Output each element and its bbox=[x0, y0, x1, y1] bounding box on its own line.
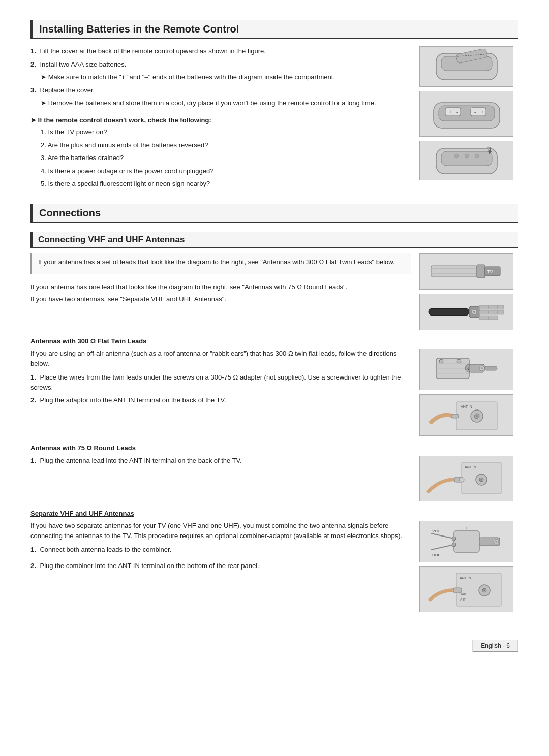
svg-point-41 bbox=[439, 359, 443, 363]
svg-rect-30 bbox=[479, 310, 489, 314]
svg-rect-20 bbox=[477, 265, 485, 278]
combiner-svg: VHF UHF ↓ ↓ bbox=[426, 523, 507, 560]
remote-svg-2: + - - + bbox=[426, 93, 507, 134]
svg-text:VHF: VHF bbox=[460, 598, 466, 601]
adapter-img bbox=[419, 349, 513, 390]
svg-text:ANT IN: ANT IN bbox=[460, 576, 471, 580]
svg-point-63 bbox=[452, 543, 456, 547]
separate-layout: If you have two separate antennas for yo… bbox=[30, 521, 518, 612]
trouble-item-2: 2. Are the plus and minus ends of the ba… bbox=[41, 140, 411, 150]
step1-text: Lift the cover at the back of the remote… bbox=[40, 47, 265, 55]
svg-point-42 bbox=[457, 359, 461, 363]
round-lead-img bbox=[419, 294, 513, 330]
trouble-item-4: 4. Is there a power outage or is the pow… bbox=[41, 166, 411, 176]
flat-twin-svg: TV bbox=[426, 256, 507, 287]
flat-step-2: 2. Plug the adaptor into the ANT IN term… bbox=[30, 395, 411, 405]
ant-in-img: ANT IN bbox=[419, 394, 513, 436]
step3-text: Replace the cover. bbox=[40, 86, 95, 94]
remote-img-2: + - - + bbox=[419, 91, 513, 137]
svg-rect-23 bbox=[429, 308, 469, 316]
flat-step1-text: Place the wires from the twin leads unde… bbox=[30, 373, 401, 391]
svg-point-16 bbox=[475, 154, 479, 158]
svg-rect-33 bbox=[479, 316, 489, 320]
svg-rect-31 bbox=[489, 310, 498, 314]
step2-text: Install two AAA size batteries. bbox=[40, 60, 126, 68]
round-step-1: 1. Plug the antenna lead into the ANT IN… bbox=[30, 456, 411, 466]
svg-text:↓  ↓: ↓ ↓ bbox=[462, 525, 468, 530]
sep-ant-in-img: ANT IN UHF VHF bbox=[419, 566, 513, 612]
page-footer: English - 6 bbox=[472, 640, 518, 652]
flat-twin-intro: If you are using an off-air antenna (suc… bbox=[30, 349, 411, 368]
svg-rect-13 bbox=[441, 151, 492, 166]
batteries-images: + - - + bbox=[419, 46, 518, 192]
sep-step1-num: 1. bbox=[30, 546, 36, 553]
flat-twin-main: If you are using an off-air antenna (suc… bbox=[30, 349, 411, 436]
vhf-intro-layout: If your antenna has a set of leads that … bbox=[30, 253, 518, 330]
svg-point-59 bbox=[459, 477, 464, 482]
round-step1-num: 1. bbox=[30, 457, 36, 464]
svg-rect-27 bbox=[479, 305, 489, 309]
flat-twin-heading: Antennas with 300 Ω Flat Twin Leads bbox=[30, 336, 518, 346]
svg-text:UHF: UHF bbox=[432, 553, 441, 557]
sep-ant-in-svg: ANT IN UHF VHF bbox=[426, 569, 507, 610]
flat-step2-text: Plug the adaptor into the ANT IN termina… bbox=[40, 396, 226, 404]
vhf-intro2: If your antenna has one lead that looks … bbox=[30, 282, 411, 292]
separate-heading: Separate VHF and UHF Antennas bbox=[30, 509, 518, 519]
svg-text:ANT IN: ANT IN bbox=[465, 465, 476, 469]
troubleshoot-heading: ➤ If the remote control doesn't work, ch… bbox=[30, 115, 411, 125]
flat-twin-img: TV bbox=[419, 253, 513, 290]
svg-rect-6 bbox=[445, 108, 461, 116]
trouble-item-1: 1. Is the TV power on? bbox=[41, 127, 411, 137]
flat-twin-steps: 1. Place the wires from the twin leads u… bbox=[30, 372, 411, 405]
svg-text:TV: TV bbox=[487, 269, 493, 274]
svg-point-45 bbox=[481, 367, 483, 369]
vhf-intro-images: TV bbox=[419, 253, 518, 330]
intro-callout: If your antenna has a set of leads that … bbox=[30, 253, 411, 274]
remote-svg-1 bbox=[426, 49, 507, 84]
flat-twin-images: ANT IN bbox=[419, 349, 518, 436]
svg-point-51 bbox=[476, 415, 478, 417]
step3-note: Remove the batteries and store them in a… bbox=[30, 98, 411, 108]
svg-rect-28 bbox=[489, 305, 498, 309]
round-leads-layout: 1. Plug the antenna lead into the ANT IN… bbox=[30, 456, 518, 501]
combiner-img: VHF UHF ↓ ↓ bbox=[419, 521, 513, 562]
svg-text:VHF: VHF bbox=[432, 529, 440, 533]
flat-twin-layout: If you are using an off-air antenna (suc… bbox=[30, 349, 518, 436]
round-lead-svg bbox=[426, 296, 507, 328]
round-leads-section: Antennas with 75 Ω Round Leads 1. Plug t… bbox=[30, 443, 518, 501]
round-leads-main: 1. Plug the antenna lead into the ANT IN… bbox=[30, 456, 411, 501]
trouble-item-3: 3. Are the batteries drained? bbox=[41, 153, 411, 163]
flat-step2-num: 2. bbox=[30, 396, 36, 404]
separate-section: Separate VHF and UHF Antennas If you hav… bbox=[30, 509, 518, 613]
svg-rect-46 bbox=[484, 366, 497, 370]
svg-rect-34 bbox=[489, 316, 498, 320]
sep-step-2: 2. Plug the combiner into the ANT IN ter… bbox=[30, 561, 411, 571]
round-leads-ant-svg: ANT IN bbox=[426, 458, 507, 499]
step2-note: Make sure to match the "+" and "–" ends … bbox=[30, 72, 411, 82]
svg-point-61 bbox=[452, 537, 456, 541]
separate-main: If you have two separate antennas for yo… bbox=[30, 521, 411, 612]
svg-text:-: - bbox=[456, 109, 458, 115]
svg-rect-29 bbox=[498, 305, 504, 309]
vhf-uhf-title: Connecting VHF and UHF Antennas bbox=[30, 232, 518, 248]
sep-step-1: 1. Connect both antenna leads to the com… bbox=[30, 545, 411, 555]
svg-text:-: - bbox=[474, 109, 476, 115]
batteries-section: Installing Batteries in the Remote Contr… bbox=[30, 20, 518, 192]
step1-num: 1. bbox=[30, 47, 36, 55]
svg-point-15 bbox=[465, 154, 469, 158]
separate-intro: If you have two separate antennas for yo… bbox=[30, 521, 411, 541]
step-1: 1. Lift the cover at the back of the rem… bbox=[30, 46, 411, 56]
vhf-intro3: If you have two antennas, see "Separate … bbox=[30, 294, 411, 304]
step-2: 2. Install two AAA size batteries. Make … bbox=[30, 59, 411, 82]
remote-img-1 bbox=[419, 46, 513, 87]
step2-num: 2. bbox=[30, 60, 36, 68]
separate-images: VHF UHF ↓ ↓ bbox=[419, 521, 518, 612]
remote-img-3 bbox=[419, 141, 513, 180]
trouble-item-5: 5. Is there a special fluorescent light … bbox=[41, 179, 411, 189]
sep-step1-text: Connect both antenna leads to the combin… bbox=[40, 546, 171, 553]
svg-point-14 bbox=[454, 154, 459, 158]
svg-rect-76 bbox=[453, 588, 462, 593]
round-leads-ant-img: ANT IN bbox=[419, 456, 513, 501]
step3-num: 3. bbox=[30, 86, 36, 94]
svg-rect-17 bbox=[431, 266, 477, 277]
